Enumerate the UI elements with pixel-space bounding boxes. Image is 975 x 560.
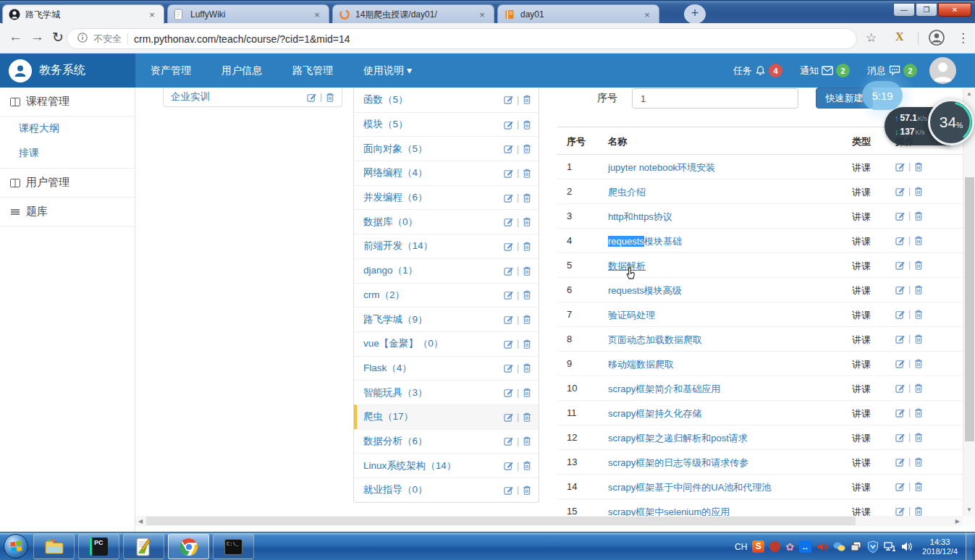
- edit-icon[interactable]: [504, 412, 513, 422]
- category-item[interactable]: Linux系统架构（14）|: [354, 453, 539, 478]
- delete-icon[interactable]: [523, 193, 531, 203]
- category-label[interactable]: crm（2）: [363, 289, 504, 302]
- category-item[interactable]: 路飞学城（9）|: [354, 307, 539, 331]
- category-label[interactable]: 路飞学城（9）: [363, 313, 504, 326]
- network-icon[interactable]: [884, 541, 896, 552]
- edit-icon[interactable]: [895, 506, 905, 516]
- edit-icon[interactable]: [504, 266, 513, 276]
- vertical-scrollbar[interactable]: ▲ ▼: [963, 88, 975, 516]
- edit-icon[interactable]: [895, 433, 905, 442]
- taskbar-chrome-button[interactable]: [168, 534, 209, 559]
- category-label[interactable]: 网络编程（4）: [363, 166, 504, 179]
- browser-tab[interactable]: LuffyWiki×: [167, 4, 329, 24]
- edit-icon[interactable]: [895, 285, 905, 294]
- taskbar-notepadpp-button[interactable]: [123, 534, 164, 559]
- edit-icon[interactable]: [895, 260, 905, 270]
- edit-icon[interactable]: [504, 95, 513, 104]
- extension-x-icon[interactable]: X: [895, 30, 904, 43]
- category-label[interactable]: 爬虫（17）: [363, 410, 504, 423]
- scroll-right-icon[interactable]: ▶: [955, 518, 960, 525]
- delete-icon[interactable]: [914, 482, 923, 491]
- start-button[interactable]: [4, 534, 28, 559]
- category-label[interactable]: 面向对象（5）: [363, 143, 504, 156]
- edit-icon[interactable]: [895, 457, 905, 467]
- lesson-link[interactable]: requests模块高级: [608, 285, 682, 296]
- edit-icon[interactable]: [895, 383, 905, 393]
- delete-icon[interactable]: [523, 315, 531, 324]
- delete-icon[interactable]: [914, 433, 923, 442]
- edit-icon[interactable]: [504, 193, 513, 203]
- lesson-link[interactable]: scrapy框架持久化存储: [608, 408, 701, 419]
- menu-dots-icon[interactable]: ⋮: [957, 30, 969, 46]
- delete-icon[interactable]: [914, 408, 923, 417]
- delete-icon[interactable]: [914, 359, 923, 368]
- delete-icon[interactable]: [523, 388, 531, 397]
- taskbar-cmd-button[interactable]: C:\_: [213, 534, 254, 559]
- tab-close-icon[interactable]: ×: [641, 9, 653, 20]
- edit-icon[interactable]: [504, 388, 513, 397]
- seq-input[interactable]: [632, 88, 798, 109]
- horizontal-scrollbar[interactable]: ◀ ▶: [135, 516, 963, 526]
- edit-icon[interactable]: [504, 436, 513, 446]
- sidebar-item-scheduling[interactable]: 排课: [0, 141, 135, 169]
- delete-icon[interactable]: [914, 506, 923, 516]
- edit-icon[interactable]: [895, 162, 905, 171]
- nav-item[interactable]: 用户信息: [206, 54, 277, 88]
- delete-icon[interactable]: [523, 290, 531, 300]
- delete-icon[interactable]: [523, 266, 531, 276]
- lesson-link[interactable]: 验证码处理: [608, 310, 655, 321]
- edit-icon[interactable]: [504, 242, 513, 251]
- delete-icon[interactable]: [914, 310, 923, 319]
- edit-icon[interactable]: [895, 236, 905, 245]
- delete-icon[interactable]: [523, 242, 531, 251]
- scroll-left-icon[interactable]: ◀: [138, 518, 143, 525]
- lesson-link[interactable]: scrapy框架基于中间件的UA池和代理池: [608, 482, 771, 493]
- status-item-bell[interactable]: 任务4: [733, 64, 782, 77]
- category-label[interactable]: Flask（4）: [363, 362, 504, 375]
- edit-icon[interactable]: [504, 217, 513, 226]
- delete-icon[interactable]: [914, 260, 923, 270]
- url-text[interactable]: crm.pythonav.com/teach/course/?cid=1&mid…: [134, 33, 350, 45]
- lesson-link[interactable]: scrapy框架的日志等级和请求传参: [608, 457, 748, 468]
- browser-tab[interactable]: 14期爬虫授课/day01/×: [332, 4, 494, 24]
- browser-tab[interactable]: day01×: [497, 4, 659, 24]
- avatar[interactable]: [929, 57, 956, 84]
- delete-icon[interactable]: [914, 236, 923, 245]
- tab-close-icon[interactable]: ×: [476, 9, 488, 20]
- percent-circle-overlay[interactable]: 34 %: [928, 99, 974, 145]
- lesson-link[interactable]: 页面动态加载数据爬取: [608, 334, 702, 345]
- delete-icon[interactable]: [523, 461, 531, 470]
- delete-icon[interactable]: [523, 217, 531, 226]
- category-label[interactable]: vue【金聚】（0）: [363, 337, 504, 350]
- nav-item[interactable]: 使用说明 ▾: [348, 54, 427, 88]
- lesson-link[interactable]: jupyter notebook环境安装: [608, 162, 715, 173]
- info-icon[interactable]: [77, 33, 88, 46]
- edit-icon[interactable]: [895, 482, 905, 491]
- edit-icon[interactable]: [504, 315, 513, 324]
- category-item[interactable]: 函数（5）|: [354, 88, 539, 112]
- delete-icon[interactable]: [523, 412, 531, 422]
- edit-icon[interactable]: [895, 334, 905, 344]
- category-label[interactable]: 数据分析（6）: [363, 435, 504, 448]
- edit-icon[interactable]: [504, 290, 513, 300]
- lesson-link[interactable]: requests模块基础: [608, 236, 682, 247]
- edit-icon[interactable]: [895, 359, 905, 368]
- scroll-up-icon[interactable]: ▲: [966, 90, 972, 97]
- sidebar-item-course-mgmt[interactable]: 课程管理: [0, 88, 135, 116]
- category-item[interactable]: 爬虫（17）|: [354, 404, 539, 429]
- edit-icon[interactable]: [504, 120, 513, 130]
- category-item[interactable]: crm（2）|: [354, 283, 539, 307]
- category-item[interactable]: 数据库（0）|: [354, 209, 539, 234]
- audio-hifi-icon[interactable]: [816, 541, 828, 553]
- category-label[interactable]: 就业指导（0）: [363, 483, 504, 496]
- edit-icon[interactable]: [504, 144, 513, 153]
- lesson-link[interactable]: scrapy框架之递归解析和post请求: [608, 433, 748, 444]
- category-label[interactable]: 前端开发（14）: [363, 239, 504, 253]
- flower-icon[interactable]: ✿: [785, 541, 794, 553]
- nav-item[interactable]: 路飞管理: [277, 54, 348, 88]
- delete-icon[interactable]: [914, 162, 923, 171]
- taskbar-explorer-button[interactable]: [33, 534, 75, 559]
- sidebar-item-user-mgmt[interactable]: 用户管理: [0, 169, 135, 198]
- edit-icon[interactable]: [504, 169, 513, 178]
- recording-timer-overlay[interactable]: 5:19: [862, 81, 903, 110]
